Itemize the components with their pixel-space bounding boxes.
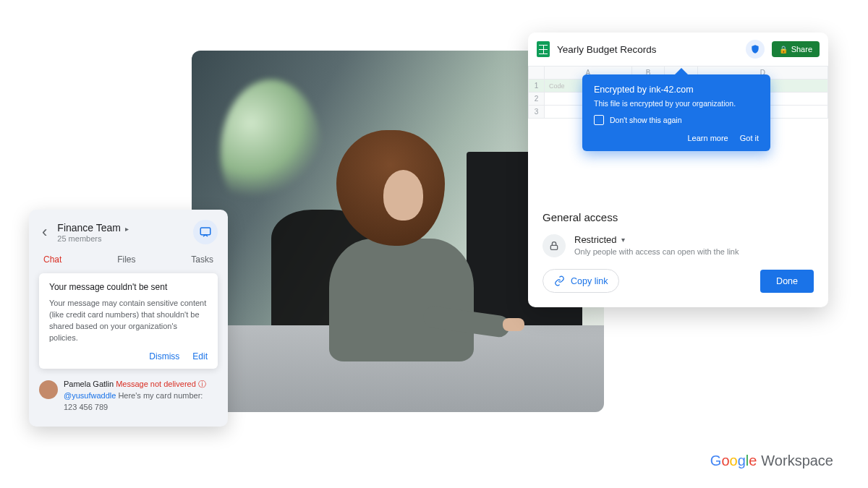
member-count: 25 members bbox=[57, 234, 186, 243]
chat-tabs: Chat Files Tasks bbox=[39, 254, 218, 267]
corner-cell bbox=[529, 67, 545, 80]
tab-tasks[interactable]: Tasks bbox=[191, 254, 213, 267]
sheets-header: Yearly Budget Records 🔒 Share bbox=[528, 33, 828, 66]
tab-chat[interactable]: Chat bbox=[43, 254, 61, 267]
lock-icon bbox=[542, 234, 566, 257]
general-access-section: General access Restricted ▾ Only people … bbox=[528, 198, 828, 269]
chat-card: ‹ Finance Team ▸ 25 members Chat Files T… bbox=[29, 210, 228, 427]
document-title[interactable]: Yearly Budget Records bbox=[557, 44, 739, 55]
dismiss-button[interactable]: Dismiss bbox=[149, 351, 179, 361]
avatar bbox=[39, 380, 58, 399]
message-sender: Pamela Gatlin bbox=[64, 380, 114, 388]
chat-space-title[interactable]: Finance Team ▸ bbox=[57, 222, 186, 234]
edit-button[interactable]: Edit bbox=[192, 351, 208, 361]
workspace-word: Workspace bbox=[761, 453, 833, 469]
access-level-description: Only people with access can open with th… bbox=[574, 247, 739, 256]
google-wordmark: Google bbox=[710, 453, 757, 469]
chat-header: ‹ Finance Team ▸ 25 members bbox=[39, 220, 218, 244]
copy-link-button[interactable]: Copy link bbox=[542, 269, 619, 293]
access-level-dropdown[interactable]: Restricted ▾ bbox=[574, 234, 739, 245]
chat-space-name: Finance Team bbox=[57, 222, 121, 234]
photo-person bbox=[315, 130, 459, 347]
mention[interactable]: @yusufwaddle bbox=[64, 391, 116, 400]
google-workspace-logo: Google Workspace bbox=[710, 453, 833, 469]
got-it-button[interactable]: Got it bbox=[740, 134, 759, 142]
share-button-label: Share bbox=[791, 45, 812, 53]
encryption-shield-icon[interactable] bbox=[746, 40, 765, 59]
copy-link-label: Copy link bbox=[571, 276, 608, 286]
row-header[interactable]: 2 bbox=[529, 93, 545, 106]
tab-files[interactable]: Files bbox=[117, 254, 135, 267]
row-header[interactable]: 1 bbox=[529, 80, 545, 93]
warning-title: Your message couldn't be sent bbox=[49, 282, 208, 292]
dont-show-label: Don't show this again bbox=[610, 116, 681, 124]
encryption-body: This file is encrypted by your organizat… bbox=[594, 99, 759, 108]
not-delivered-flag: Message not delivered ⓘ bbox=[116, 380, 206, 388]
access-level-label: Restricted bbox=[574, 234, 617, 245]
info-icon: ⓘ bbox=[198, 380, 206, 388]
open-chat-button[interactable] bbox=[193, 220, 218, 244]
row-header[interactable]: 3 bbox=[529, 106, 545, 119]
dlp-warning: Your message couldn't be sent Your messa… bbox=[39, 273, 218, 369]
dont-show-checkbox[interactable] bbox=[594, 115, 604, 125]
back-icon[interactable]: ‹ bbox=[39, 223, 50, 241]
chevron-down-icon: ▾ bbox=[621, 236, 625, 244]
sheets-icon bbox=[537, 41, 550, 57]
share-button[interactable]: 🔒 Share bbox=[772, 41, 820, 57]
lock-icon: 🔒 bbox=[779, 46, 788, 53]
svg-rect-0 bbox=[200, 228, 210, 235]
svg-rect-1 bbox=[550, 245, 557, 249]
encryption-popover: Encrypted by ink-42.com This file is enc… bbox=[582, 74, 770, 151]
learn-more-button[interactable]: Learn more bbox=[687, 134, 728, 142]
chevron-right-icon: ▸ bbox=[125, 225, 129, 233]
encryption-title: Encrypted by ink-42.com bbox=[594, 85, 759, 95]
access-heading: General access bbox=[542, 211, 814, 223]
done-button[interactable]: Done bbox=[760, 270, 814, 293]
undelivered-message: Pamela Gatlin Message not delivered ⓘ @y… bbox=[39, 379, 218, 414]
warning-body: Your message may contain sensitive conte… bbox=[49, 298, 208, 344]
sheets-share-card: Yearly Budget Records 🔒 Share A B C D 1 … bbox=[528, 33, 828, 307]
